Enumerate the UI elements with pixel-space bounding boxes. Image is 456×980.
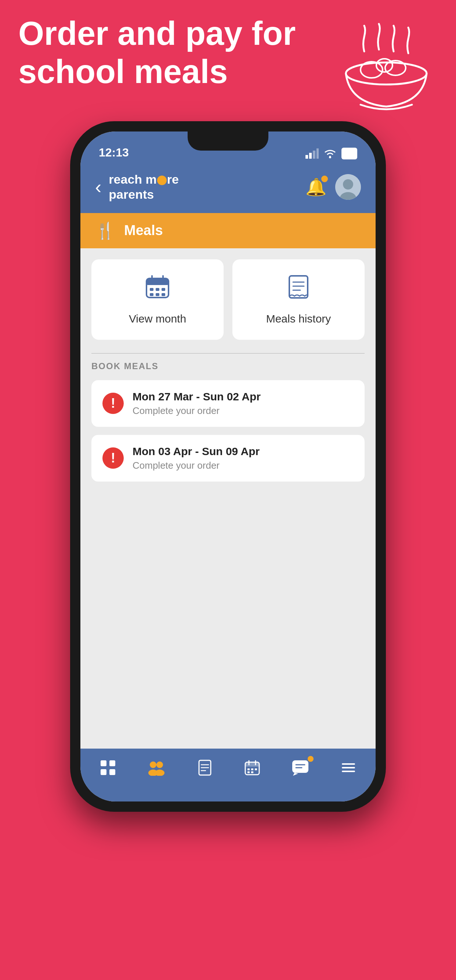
svg-rect-45 xyxy=(248,772,249,773)
svg-rect-18 xyxy=(162,288,165,291)
svg-rect-19 xyxy=(150,293,154,296)
warning-icon-1: ! xyxy=(102,393,124,414)
booking-date-1: Mon 27 Mar - Sun 02 Apr xyxy=(133,390,261,403)
meals-section-bar: 🍴 Meals xyxy=(80,213,376,248)
svg-rect-17 xyxy=(156,288,159,291)
svg-rect-47 xyxy=(292,760,308,773)
booking-info-2: Mon 03 Apr - Sun 09 Apr Complete your or… xyxy=(133,445,260,471)
notification-bell[interactable]: 🔔 xyxy=(305,177,326,197)
booking-info-1: Mon 27 Mar - Sun 02 Apr Complete your or… xyxy=(133,390,261,417)
signal-icon xyxy=(305,148,319,159)
svg-rect-16 xyxy=(150,288,154,291)
background-headline: Order and pay for school meals xyxy=(18,15,296,91)
action-cards-row: View month Meals history xyxy=(91,259,365,340)
booking-item-2[interactable]: ! Mon 03 Apr - Sun 09 Apr Complete your … xyxy=(91,435,365,482)
booking-item[interactable]: ! Mon 27 Mar - Sun 02 Apr Complete your … xyxy=(91,380,365,427)
nav-item-calendar[interactable] xyxy=(237,756,268,780)
battery-indicator: 93 xyxy=(342,148,357,159)
calendar-icon xyxy=(145,274,170,305)
svg-point-32 xyxy=(156,762,163,768)
food-bowl-illustration xyxy=(331,22,434,118)
nav-item-people[interactable] xyxy=(140,756,173,780)
svg-point-30 xyxy=(150,762,156,768)
chat-badge xyxy=(308,756,313,762)
svg-rect-46 xyxy=(251,772,253,773)
people-nav-icon xyxy=(147,760,165,776)
nav-item-chat[interactable] xyxy=(284,756,316,780)
svg-rect-7 xyxy=(316,148,319,159)
svg-rect-42 xyxy=(248,768,249,770)
meals-section-title: Meals xyxy=(124,223,163,239)
view-month-label: View month xyxy=(129,313,186,325)
app-logo: reach mreparents xyxy=(109,172,305,202)
nav-item-menu[interactable] xyxy=(333,756,364,780)
svg-point-3 xyxy=(377,59,392,72)
svg-rect-5 xyxy=(309,153,312,159)
menu-nav-icon xyxy=(340,760,356,776)
status-icons: 93 xyxy=(305,148,357,159)
svg-rect-20 xyxy=(156,293,159,296)
phone-notch xyxy=(187,132,269,151)
back-button[interactable]: ‹ xyxy=(95,176,101,198)
cutlery-icon: 🍴 xyxy=(95,221,115,240)
book-meals-section-title: BOOK MEALS xyxy=(91,361,365,371)
svg-rect-43 xyxy=(251,768,253,770)
app-header: ‹ reach mreparents 🔔 xyxy=(80,165,376,213)
booking-status-2: Complete your order xyxy=(133,460,260,471)
view-month-card[interactable]: View month xyxy=(91,259,224,340)
section-divider xyxy=(91,353,365,354)
svg-rect-39 xyxy=(245,762,259,767)
receipt-nav-icon xyxy=(197,760,213,776)
svg-rect-44 xyxy=(255,768,257,770)
nav-item-grid[interactable] xyxy=(92,756,123,780)
svg-rect-29 xyxy=(110,769,115,775)
bottom-nav xyxy=(80,749,376,802)
header-icons: 🔔 xyxy=(305,174,361,200)
warning-icon-2: ! xyxy=(102,447,124,469)
user-avatar[interactable] xyxy=(335,174,361,200)
phone-frame: 12:13 93 ‹ xyxy=(70,121,386,812)
svg-rect-6 xyxy=(313,151,315,159)
wifi-icon xyxy=(324,148,336,159)
svg-point-10 xyxy=(343,179,353,189)
meals-history-label: Meals history xyxy=(266,313,331,325)
svg-rect-13 xyxy=(146,278,168,285)
receipt-icon xyxy=(286,274,311,305)
calendar-nav-icon xyxy=(244,760,260,776)
phone-screen: 12:13 93 ‹ xyxy=(80,132,376,802)
svg-rect-28 xyxy=(101,769,106,775)
content-area: View month Meals history xyxy=(80,248,376,749)
svg-point-8 xyxy=(329,156,331,158)
notification-dot xyxy=(321,176,328,182)
meals-history-card[interactable]: Meals history xyxy=(232,259,365,340)
chat-nav-icon xyxy=(292,760,309,776)
status-time: 12:13 xyxy=(99,146,129,159)
svg-rect-26 xyxy=(101,760,106,766)
svg-rect-4 xyxy=(305,155,308,159)
booking-date-2: Mon 03 Apr - Sun 09 Apr xyxy=(133,445,260,458)
booking-status-1: Complete your order xyxy=(133,405,261,417)
svg-rect-21 xyxy=(162,293,165,296)
svg-rect-27 xyxy=(110,760,115,766)
nav-item-receipt[interactable] xyxy=(189,756,220,780)
grid-nav-icon xyxy=(100,760,116,776)
